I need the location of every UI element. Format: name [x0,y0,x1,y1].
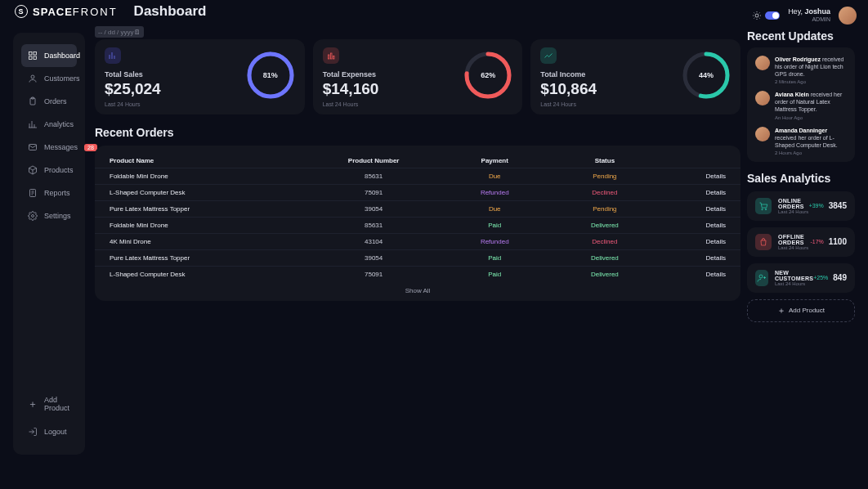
cell-product-name: Foldable Mini Drone [110,173,307,180]
progress-pct: 81% [246,51,295,100]
stat-card-1: Total Expenses $14,160 Last 24 Hours 62% [313,39,523,114]
avatar[interactable] [839,7,857,25]
page-title: Dashboard [134,3,207,20]
details-link[interactable]: Details [660,173,726,180]
stat-card-2: Total Income $10,864 Last 24 Hours 44% [530,39,740,114]
svg-rect-10 [34,52,37,56]
analytics-pct: -17% [810,239,823,244]
cell-payment: Paid [440,222,550,229]
svg-point-32 [765,209,767,210]
add-product-link[interactable]: ＋ Add Product [21,389,77,419]
sidebar: Dashboard Customers Orders Analytics Mes… [13,33,85,455]
analytics-label: OFFLINE ORDERS [778,234,810,245]
cell-product-name: L-Shaped Computer Desk [110,271,307,278]
plus-icon: ＋ [28,399,38,409]
logout-label: Logout [44,428,67,436]
table-row: L-Shaped Computer Desk 75091 Paid Delive… [95,266,740,282]
details-link[interactable]: Details [660,222,726,229]
analytics-label: NEW CUSTOMERS [775,270,813,281]
analytics-sub: Last 24 Hours [775,281,813,286]
col-payment: Payment [440,157,550,164]
chart-bar-icon [105,47,121,64]
analytics-label: ONLINE ORDERS [778,198,809,209]
sidebar-item-customers[interactable]: Customers [21,67,77,90]
cell-status: Declined [550,238,660,245]
stat-card-0: Total Sales $25,024 Last 24 Hours 81% [95,39,305,114]
recent-updates-title: Recent Updates [747,29,855,43]
right-column: Recent Updates Oliver Rodriguez received… [747,29,855,489]
update-time: 2 Minutes Ago [775,79,847,84]
svg-rect-16 [29,145,37,150]
details-link[interactable]: Details [660,271,726,278]
cell-product-name: L-Shaped Computer Desk [110,189,307,196]
update-text: Oliver Rodriguez received his order of N… [775,56,847,78]
cell-status: Delivered [550,222,660,229]
add-product-button[interactable]: ＋ Add Product [747,299,855,322]
sidebar-item-products[interactable]: Products [21,159,77,182]
details-link[interactable]: Details [660,254,726,262]
cell-product-number: 75091 [307,189,440,196]
cell-status: Pending [550,205,660,213]
svg-rect-9 [29,52,33,56]
sidebar-item-label: Reports [44,189,70,197]
report-icon [28,188,38,198]
svg-point-21 [32,215,34,218]
sun-icon [752,11,762,20]
sidebar-item-label: Orders [44,97,67,105]
logo-mark-icon: S [15,5,28,18]
update-time: An Hour Ago [775,115,847,120]
orders-card: Product Name Product Number Payment Stat… [95,146,740,301]
update-time: 2 Hours Ago [775,150,847,155]
mail-icon [28,142,38,152]
stat-sub: Last 24 Hours [540,101,731,107]
add-product-label: Add Product [44,396,70,412]
svg-line-6 [759,18,760,19]
table-row: Foldable Mini Drone 85631 Paid Delivered… [95,217,740,233]
greeting: Hey, Joshua ADMIN [788,8,830,23]
sidebar-item-dashboard[interactable]: Dashboard [21,44,77,67]
sidebar-item-messages[interactable]: Messages 28 [21,136,77,159]
stat-sub: Last 24 Hours [105,101,295,107]
update-item: Oliver Rodriguez received his order of N… [755,56,847,84]
progress-ring: 81% [246,51,295,100]
date-value: -- / dd / yyyy [98,29,134,36]
avatar [755,127,770,141]
cell-product-number: 85631 [307,222,440,229]
logout-icon [28,427,38,437]
user-icon [28,74,38,83]
sidebar-item-settings[interactable]: Settings [21,204,77,227]
toggle-switch[interactable] [765,11,780,20]
stat-sub: Last 24 Hours [323,101,513,107]
sidebar-item-analytics[interactable]: Analytics [21,113,77,136]
cell-payment: Refunded [440,189,550,196]
greeting-prefix: Hey, [788,7,803,16]
logo-text-thin: FRONT [73,6,118,18]
details-link[interactable]: Details [660,238,726,245]
theme-toggle[interactable] [752,11,780,20]
cell-product-number: 75091 [307,271,440,278]
show-all-link[interactable]: Show All [95,282,740,294]
date-input[interactable]: -- / dd / yyyy 🗓 [95,26,144,38]
avatar [755,91,770,105]
cell-status: Pending [550,173,660,180]
sidebar-item-orders[interactable]: Orders [21,90,77,113]
cell-product-number: 85631 [307,173,440,180]
sidebar-item-label: Settings [44,212,71,220]
add-product-label: Add Product [789,307,825,314]
analytics-pct: +25% [813,275,828,280]
sidebar-item-reports[interactable]: Reports [21,182,77,204]
analytics-value: 3845 [829,201,847,210]
cell-product-number: 43104 [307,238,440,245]
top-bar: S SPACEFRONT Dashboard Hey, Joshua ADMIN [0,0,868,23]
cell-payment: Refunded [440,238,550,245]
user-plus-icon [755,270,768,286]
cell-payment: Paid [440,271,550,278]
sidebar-item-label: Messages [44,143,78,151]
progress-pct: 44% [682,51,731,100]
details-link[interactable]: Details [660,205,726,213]
details-link[interactable]: Details [660,189,726,196]
logout-link[interactable]: Logout [21,420,77,443]
progress-ring: 62% [463,51,512,100]
update-text: Aviana Klein received her order of Natur… [775,91,847,113]
sidebar-item-label: Dashboard [44,52,80,60]
